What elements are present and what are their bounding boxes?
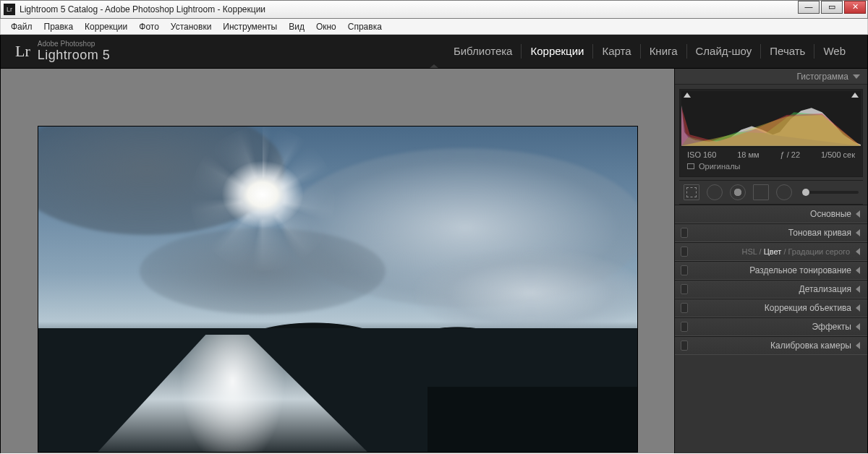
module-develop[interactable]: Коррекции (521, 44, 592, 59)
panel-lenscorrection-label: Коррекция объектива (765, 303, 851, 313)
chevron-down-icon (853, 74, 860, 79)
menu-help[interactable]: Справка (342, 19, 388, 35)
chevron-left-icon (856, 323, 860, 330)
histogram-header[interactable]: Гистограмма (675, 69, 867, 85)
panel-splittoning[interactable]: Раздельное тонирование (675, 261, 867, 280)
histogram-chart (681, 91, 861, 146)
panel-basic-label: Основные (810, 209, 851, 219)
graduated-filter-tool[interactable] (753, 184, 769, 200)
product-superscript: Adobe Photoshop (38, 40, 111, 48)
histogram-header-label: Гистограмма (797, 72, 848, 82)
module-picker: Библиотека Коррекции Карта Книга Слайд-ш… (445, 35, 854, 68)
redeye-tool[interactable] (730, 184, 746, 200)
minimize-button[interactable]: — (798, 1, 820, 14)
menu-file[interactable]: Файл (5, 19, 38, 35)
menu-window[interactable]: Окно (310, 19, 342, 35)
chevron-left-icon (856, 286, 860, 293)
identity-bar: Lr Adobe Photoshop Lightroom 5 Библиотек… (1, 35, 867, 69)
module-web[interactable]: Web (814, 44, 854, 59)
workspace: Гистограмма ISO 160 (1, 69, 867, 453)
menu-tools[interactable]: Инструменты (217, 19, 283, 35)
chevron-left-icon (856, 342, 860, 349)
maximize-button[interactable]: ▭ (821, 1, 843, 14)
product-name: Adobe Photoshop Lightroom 5 (38, 40, 111, 63)
panel-splittoning-label: Раздельное тонирование (749, 265, 851, 275)
close-button[interactable]: ✕ (844, 1, 866, 14)
exif-aperture: ƒ / 22 (780, 150, 801, 159)
menu-photo[interactable]: Фото (133, 19, 165, 35)
panel-switch-icon[interactable] (681, 322, 688, 332)
window-titlebar: Lr Lightroom 5 Catalog - Adobe Photoshop… (0, 0, 868, 19)
module-slideshow[interactable]: Слайд-шоу (686, 44, 761, 59)
histogram-box: ISO 160 18 мм ƒ / 22 1/500 сек Оригиналы (679, 89, 863, 177)
module-library[interactable]: Библиотека (445, 44, 522, 59)
module-book[interactable]: Книга (640, 44, 686, 59)
histogram[interactable] (681, 91, 861, 147)
exif-iso: ISO 160 (687, 150, 716, 159)
module-print[interactable]: Печать (760, 44, 814, 59)
tab-color[interactable]: Цвет (764, 247, 782, 256)
develop-panel: Гистограмма ISO 160 (674, 69, 867, 453)
tab-hsl[interactable]: HSL (742, 247, 757, 256)
panel-switch-icon[interactable] (681, 228, 688, 238)
menu-edit[interactable]: Правка (38, 19, 80, 35)
radial-filter-tool[interactable] (776, 184, 792, 200)
panel-lenscorrection[interactable]: Коррекция объектива (675, 299, 867, 317)
chevron-left-icon (856, 229, 860, 236)
exif-strip: ISO 160 18 мм ƒ / 22 1/500 сек (681, 147, 861, 160)
menu-settings[interactable]: Установки (165, 19, 217, 35)
panel-detail-label: Детализация (799, 284, 851, 294)
panel-tonecurve-label: Тоновая кривая (788, 228, 851, 238)
menu-bar: Файл Правка Коррекции Фото Установки Инс… (0, 19, 868, 35)
window-title: Lightroom 5 Catalog - Adobe Photoshop Li… (20, 4, 265, 14)
panel-detail[interactable]: Детализация (675, 280, 867, 299)
exif-shutter: 1/500 сек (821, 150, 855, 159)
expand-right-icon[interactable] (861, 244, 865, 252)
chevron-left-icon (856, 248, 860, 255)
panel-calibration-label: Калибровка камеры (770, 340, 851, 351)
panel-switch-icon[interactable] (681, 340, 688, 351)
panel-basic[interactable]: Основные (675, 205, 867, 223)
tool-strip (679, 180, 863, 205)
tab-bw[interactable]: Градации серого (788, 247, 851, 256)
product-main: Lightroom 5 (38, 48, 111, 62)
photo-preview[interactable] (38, 127, 637, 452)
panel-hsl[interactable]: HSL / Цвет / Градации серого (675, 242, 867, 261)
panel-calibration[interactable]: Калибровка камеры (675, 336, 867, 355)
hsl-tabs: HSL / Цвет / Градации серого (742, 247, 851, 256)
brush-size-slider[interactable] (802, 191, 859, 194)
originals-checkbox-icon (687, 163, 694, 169)
panel-switch-icon[interactable] (681, 303, 688, 313)
chevron-left-icon (856, 267, 860, 274)
panel-effects[interactable]: Эффекты (675, 317, 867, 336)
originals-row[interactable]: Оригиналы (681, 160, 861, 175)
spot-removal-tool[interactable] (707, 184, 723, 200)
module-map[interactable]: Карта (592, 44, 639, 59)
panel-switch-icon[interactable] (681, 247, 688, 257)
panel-switch-icon[interactable] (681, 265, 688, 275)
originals-label: Оригиналы (699, 162, 741, 171)
menu-view[interactable]: Вид (283, 19, 310, 35)
exif-focal: 18 мм (737, 150, 759, 159)
app-shell: Lr Adobe Photoshop Lightroom 5 Библиотек… (0, 35, 868, 453)
collapse-top-icon[interactable] (430, 64, 438, 68)
panel-effects-label: Эффекты (812, 322, 851, 332)
chevron-left-icon (856, 210, 860, 218)
chevron-left-icon (856, 304, 860, 312)
panel-tonecurve[interactable]: Тоновая кривая (675, 223, 867, 242)
canvas-area (1, 69, 674, 453)
menu-develop[interactable]: Коррекции (79, 19, 133, 35)
crop-tool[interactable] (684, 184, 699, 200)
lr-mark-icon: Lr (15, 42, 30, 61)
app-icon: Lr (4, 4, 15, 15)
panel-switch-icon[interactable] (681, 284, 688, 294)
